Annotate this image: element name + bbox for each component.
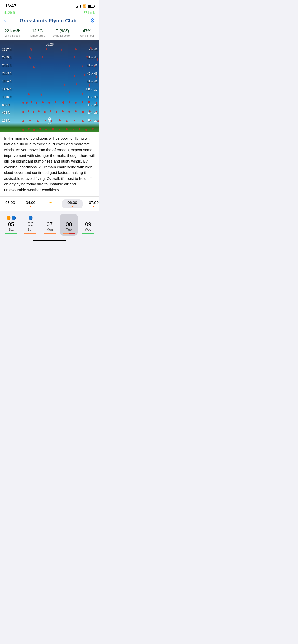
wind-label-3: NE ↙ 47 — [79, 64, 99, 67]
status-bar: 16:47 📶 — [0, 0, 99, 10]
time-item-0400[interactable]: 04:00 — [20, 199, 41, 208]
time-dot — [93, 206, 94, 207]
wind-label-7: E ← 33 — [79, 96, 99, 99]
status-time: 16:47 — [5, 4, 16, 9]
status-icons: 📶 — [76, 4, 94, 8]
wifi-icon: 📶 — [82, 4, 86, 8]
weather-description: In the morning, conditions will be poor … — [0, 132, 99, 197]
conditions-bar — [24, 233, 36, 234]
wind-direction-value: E (98°) — [55, 28, 69, 34]
conditions-bar — [44, 233, 56, 234]
time-dot — [30, 206, 31, 207]
time-scrubber[interactable]: 03:00 04:00 ☀ 06:00 07:00 08:00 09:00 — [0, 197, 99, 211]
altitude-value: 4129 ft — [4, 11, 15, 15]
date-number: 06 — [27, 221, 33, 228]
page-title: Grasslands Flying Club — [20, 18, 76, 24]
date-number: 08 — [66, 221, 72, 228]
date-weekday: Wed — [85, 228, 92, 231]
weather-stats: 22 km/h Wind Speed 12 °C Temperature E (… — [0, 26, 99, 40]
date-item-06[interactable]: 🔵 06 Sun — [21, 214, 40, 236]
wind-label-6: NE ← 37 — [79, 88, 99, 91]
time-item-0300[interactable]: 03:00 — [0, 199, 20, 208]
conditions-bar — [82, 233, 94, 234]
date-weekday: Mon — [46, 228, 53, 231]
wind-speed-label: Wind Speed — [5, 34, 20, 37]
home-bar — [33, 240, 66, 241]
date-weekday: Sun — [28, 228, 33, 231]
date-item-09[interactable]: 09 Wed — [79, 214, 97, 236]
wind-chart[interactable]: 06:26 3117 ft 2789 ft 2461 ft 2133 ft 18… — [0, 40, 99, 132]
wind-direction-stat: E (98°) Wind Direction — [50, 28, 75, 37]
alt-pressure-bar: 4129 ft 871 mb — [0, 10, 99, 16]
wind-labels: N ↙ 41 NE ↙ 44 NE ↙ 47 NE ↙ 46 NE ↙ 42 N… — [79, 40, 99, 132]
time-dot — [9, 206, 11, 207]
home-indicator — [0, 238, 99, 242]
temperature-label: Temperature — [29, 34, 45, 37]
wind-direction-label: Wind Direction — [53, 34, 71, 37]
wind-speed-value: 22 km/h — [4, 28, 20, 34]
date-number: 05 — [8, 221, 14, 228]
time-item-0600[interactable]: 06:00 — [62, 199, 83, 208]
time-dot — [72, 206, 73, 207]
temperature-value: 12 °C — [32, 28, 43, 34]
date-weekday: Sat — [9, 228, 14, 231]
wind-label-5: NE ↙ 42 — [79, 80, 99, 83]
position-indicator — [46, 116, 53, 125]
conditions-bar — [5, 233, 17, 234]
time-dot — [50, 206, 52, 208]
pressure-value: 871 mb — [83, 11, 95, 15]
wind-label-10: E ← 22 — [79, 119, 99, 122]
date-item-08[interactable]: 08 Tue — [60, 214, 78, 236]
date-number: 09 — [85, 221, 91, 228]
date-item-05[interactable]: 🟠 🔵 05 Sat — [2, 214, 20, 236]
time-item-0700[interactable]: 07:00 — [84, 199, 99, 208]
settings-icon[interactable]: ⚙ — [90, 17, 95, 24]
time-item-sunrise[interactable]: ☀ — [41, 199, 61, 209]
battery-icon — [88, 5, 94, 8]
wind-label-9: E ← 25 — [79, 111, 99, 114]
date-item-07[interactable]: 07 Mon — [40, 214, 59, 236]
wind-shear-label: Wind Shear — [80, 34, 94, 37]
back-button[interactable]: ‹ — [4, 17, 6, 24]
weather-icon-blue: 🔵 — [28, 216, 33, 221]
date-weekday: Tue — [66, 228, 72, 231]
temperature-stat: 12 °C Temperature — [25, 28, 50, 37]
wind-shear-stat: 47% Wind Shear — [75, 28, 100, 37]
nav-header: ‹ Grasslands Flying Club ⚙ — [0, 16, 99, 26]
signal-icon — [76, 5, 81, 8]
date-number: 07 — [47, 221, 53, 228]
weather-icon-blue: 🔵 — [11, 216, 16, 221]
wind-label-1: N ↙ 41 — [79, 48, 99, 51]
wind-label-8: E ← 28 — [79, 104, 99, 107]
wind-speed-stat: 22 km/h Wind Speed — [0, 28, 25, 37]
sunrise-icon: ☀ — [49, 200, 53, 205]
date-selector: 🟠 🔵 05 Sat 🔵 06 Sun 07 Mon 08 Tue 09 Wed — [0, 211, 99, 238]
wind-label-4: NE ↙ 46 — [79, 72, 99, 75]
wind-label-2: NE ↙ 44 — [79, 56, 99, 59]
wind-shear-value: 47% — [83, 28, 91, 34]
weather-icon-orange: 🟠 — [6, 216, 11, 221]
conditions-bar — [63, 233, 75, 234]
